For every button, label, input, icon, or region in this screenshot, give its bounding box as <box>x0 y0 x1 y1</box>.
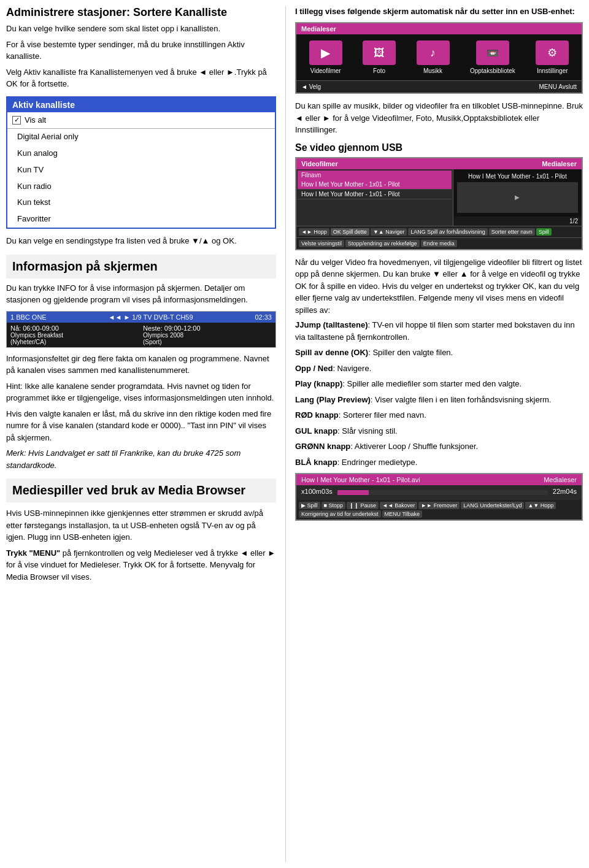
ctrl-sorter[interactable]: Sorter etter navn <box>489 228 535 236</box>
feature-play-label: Play (knapp) <box>295 379 342 388</box>
prog-now: Nå: 06:00-09:00 Olympics Breakfast(Nyhet… <box>10 325 139 345</box>
info-screen-top: 1 BBC ONE ◄◄ ► 1/9 TV DVB-T CH59 02:33 <box>7 312 275 323</box>
main-heading: Administrere stasjoner: Sortere Kanallis… <box>6 6 276 19</box>
ctrl-korr[interactable]: Korrigering av tid for undertekst <box>299 510 381 518</box>
ctrl-play[interactable]: ▶ Spill <box>299 502 320 509</box>
feature-lang-label: Lang (Play Preview) <box>295 395 371 404</box>
feature-opp-ned-label: Opp / Ned <box>295 364 333 373</box>
icon-musikk[interactable]: ♪ Musikk <box>417 40 450 74</box>
videofilmer-medialeser: Medialeser <box>542 160 577 167</box>
media-para1: Hvis USB-minnepinnen ikke gjenkjennes et… <box>6 507 276 543</box>
kanalliste-item-digital[interactable]: Digital Aerial only <box>7 129 275 145</box>
playback-medialeser: Medialeser <box>544 476 577 483</box>
ctrl-pause[interactable]: ❙❙ Pause <box>347 502 379 509</box>
feature-lang: Lang (Play Preview): Viser valgte filen … <box>295 394 583 406</box>
opptaks-icon-box: 📼 <box>476 40 509 65</box>
innstillinger-label: Innstillinger <box>537 67 568 74</box>
feature-lang-desc: : Viser valgte filen i en liten forhånds… <box>371 395 552 404</box>
info-screen-box: 1 BBC ONE ◄◄ ► 1/9 TV DVB-T CH59 02:33 N… <box>6 311 276 348</box>
icon-videofilmer[interactable]: ▶ Videofilmer <box>309 40 342 74</box>
ctrl-visningstil[interactable]: Velste visningstil <box>299 240 344 247</box>
para1: Du kan velge hvilke sendere som skal lis… <box>6 23 276 35</box>
preview-text: How I Met Your Mother - 1x01 - Pilot <box>457 173 578 180</box>
ctrl-bakover[interactable]: ◄◄ Bakover <box>380 502 417 509</box>
nav-right: MENU Avslutt <box>539 83 577 90</box>
info-para1: Du kan trykke INFO for å vise informasjo… <box>6 282 276 306</box>
feature-spill-desc: : Spiller den valgte filen. <box>368 348 453 357</box>
kanalliste-item-tv[interactable]: Kun TV <box>7 162 275 179</box>
playback-title: How I Met Your Mother - 1x01 - Pilot.avi <box>301 476 420 483</box>
feature-play: Play (knapp): Spiller alle mediefiler so… <box>295 378 583 390</box>
now-label-time: Nå: 06:00-09:00 <box>10 325 139 332</box>
videofilmer-title: Videofilmer <box>301 160 338 167</box>
video-description: Når du velger Video fra hovedmenyen, vil… <box>295 256 583 317</box>
feature-gronn-desc: : Aktiverer Loop / Shuffle funksjoner. <box>350 442 478 451</box>
media-para2-bold: Trykk "MENU" <box>6 548 60 558</box>
ctrl-stopp[interactable]: Stopp/endring av rekkefølge <box>345 240 420 247</box>
icon-innstillinger[interactable]: ⚙ Innstillinger <box>536 40 569 74</box>
videofilmer-item-0[interactable]: How I Met Your Mother - 1x01 - Pilot <box>298 180 452 190</box>
ctrl-undertekst[interactable]: LANG Undertekster/Lyd <box>461 502 524 509</box>
videofilmer-content: Filnavn How I Met Your Mother - 1x01 - P… <box>296 169 582 226</box>
medialeser-nav: ◄ Velg MENU Avslutt <box>296 80 582 93</box>
opptaks-icon: 📼 <box>487 47 499 59</box>
mediespiller-section: Mediespiller ved bruk av Media Browser H… <box>6 478 276 583</box>
left-column: Administrere stasjoner: Sortere Kanallis… <box>6 6 276 862</box>
ctrl-stop[interactable]: ■ Stopp <box>321 502 345 509</box>
icon-foto[interactable]: 🖼 Foto <box>363 40 396 74</box>
musikk-label: Musikk <box>423 67 442 74</box>
kanalliste-item-tekst[interactable]: Kun tekst <box>7 194 275 211</box>
feature-rod: RØD knapp: Sorterer filer med navn. <box>295 409 583 421</box>
feature-gronn-label: GRØNN knapp <box>295 442 350 451</box>
foto-icon: 🖼 <box>374 47 385 60</box>
para8: Merk: Hvis Landvalget er satt til Frankr… <box>6 447 276 471</box>
musikk-icon: ♪ <box>430 47 436 60</box>
feature-gul: GUL knapp: Slår visning stil. <box>295 425 583 437</box>
kanalliste-item-favoritter[interactable]: Favoritter <box>7 211 275 228</box>
ctrl-forhands[interactable]: LANG Spill av forhåndsvisning <box>408 228 488 236</box>
next-label-time: Neste: 09:00-12:00 <box>143 325 272 332</box>
right-body-text: Du kan spille av musikk, bilder og video… <box>295 100 583 136</box>
videofilmer-controls-row2: Velste visningstil Stopp/endring av rekk… <box>296 237 582 249</box>
para3: Velg Aktiv kanalliste fra Kanallistemeny… <box>6 66 276 90</box>
videofilmer-page: 1/2 <box>453 217 582 226</box>
ctrl-tilbake[interactable]: MENU Tilbake <box>382 510 423 518</box>
videofilmer-box: Videofilmer Medialeser Filnavn How I Met… <box>295 157 583 250</box>
ctrl-endre-media[interactable]: Endre media <box>421 240 457 247</box>
ctrl-naviger[interactable]: ▼▲ Naviger <box>371 228 407 236</box>
playback-controls: ▶ Spill ■ Stopp ❙❙ Pause ◄◄ Bakover ►► F… <box>296 500 582 520</box>
kanalliste-item-radio[interactable]: Kun radio <box>7 179 275 195</box>
videofilmer-controls-row1: ◄► Hopp OK Spill dette ▼▲ Naviger LANG S… <box>296 226 582 237</box>
checkbox-icon: ✓ <box>12 116 21 125</box>
ctrl-hopp-pb[interactable]: ▲▼ Hopp <box>525 502 556 509</box>
ctrl-spill2[interactable]: Spill <box>536 228 552 236</box>
vis-alt-label: Vis alt <box>25 114 46 127</box>
foto-label: Foto <box>373 67 385 74</box>
videofilmer-preview: How I Met Your Mother - 1x01 - Pilot ▶ <box>453 169 582 217</box>
para7: Hvis den valgte kanalen er låst, må du s… <box>6 408 276 444</box>
feature-list: JJump (talltastene): TV-en vil hoppe til… <box>295 319 583 468</box>
page-divider <box>285 6 286 862</box>
playback-time: 00m03s <box>309 488 333 497</box>
ctrl-hopp[interactable]: ◄► Hopp <box>299 228 329 236</box>
videofilmer-item-1[interactable]: How I Met Your Mother - 1x01 - Pilot <box>298 190 452 199</box>
playback-progress-fill <box>337 490 369 495</box>
usb-para1: Du kan spille av musikk, bilder og video… <box>295 100 583 136</box>
feature-play-desc: : Spiller alle mediefiler som starter me… <box>342 379 522 388</box>
feature-rod-label: RØD knapp <box>295 410 339 420</box>
feature-opp-ned: Opp / Ned: Navigere. <box>295 363 583 375</box>
playback-box: How I Met Your Mother - 1x01 - Pilot.avi… <box>295 473 583 521</box>
vis-alt-item[interactable]: ✓ Vis alt <box>7 112 275 129</box>
info-screen-prog: Nå: 06:00-09:00 Olympics Breakfast(Nyhet… <box>7 323 275 347</box>
ctrl-fremover[interactable]: ►► Fremover <box>418 502 460 509</box>
feature-gul-label: GUL knapp <box>295 426 337 436</box>
foto-icon-box: 🖼 <box>363 40 396 65</box>
ctrl-spill[interactable]: OK Spill dette <box>331 228 369 236</box>
kanalliste-item-analog[interactable]: Kun analog <box>7 145 275 162</box>
icon-opptaks[interactable]: 📼 Opptaksbibliotek <box>470 40 515 74</box>
next-prog: Olympics 2008(Sport) <box>143 332 272 345</box>
feature-spill: Spill av denne (OK): Spiller den valgte … <box>295 347 583 359</box>
prog-row: Nå: 06:00-09:00 Olympics Breakfast(Nyhet… <box>10 325 272 345</box>
feature-jjump: JJump (talltastene): TV-en vil hoppe til… <box>295 319 583 343</box>
feature-spill-label: Spill av denne (OK) <box>295 348 368 357</box>
